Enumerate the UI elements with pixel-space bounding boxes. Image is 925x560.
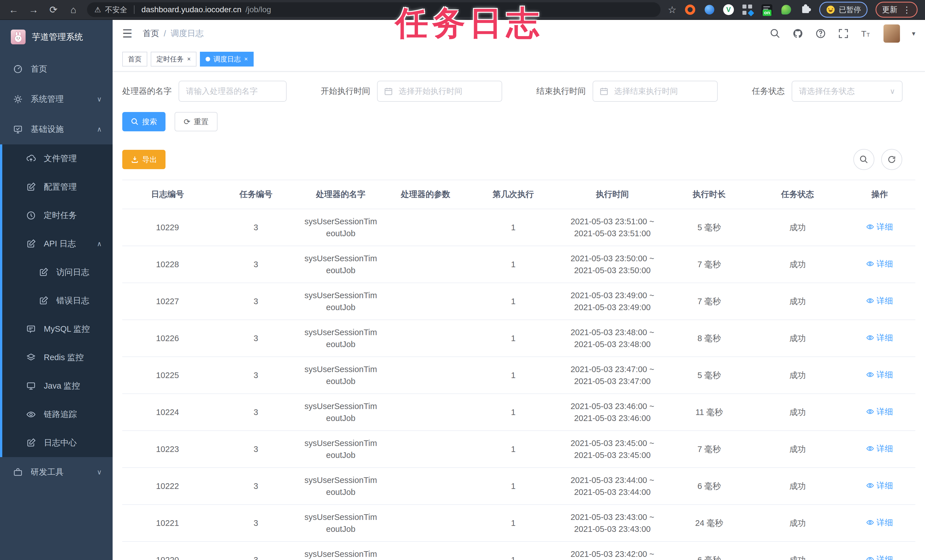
table-row[interactable]: 10226 3 sysUserSessionTim eoutJob 1 2021…: [122, 320, 915, 357]
detail-link[interactable]: 详细: [866, 332, 893, 344]
handler-line1: sysUserSessionTim: [299, 548, 383, 560]
fullscreen-icon[interactable]: [838, 28, 849, 39]
table-row[interactable]: 10220 3 sysUserSessionTim eoutJob 1 2021…: [122, 542, 915, 560]
start-time-input[interactable]: [377, 81, 502, 102]
browser-menu-icon[interactable]: ⋮: [902, 5, 911, 15]
sidebar-item-label: 文件管理: [44, 153, 77, 164]
sidebar-item-scheduled-jobs[interactable]: 定时任务: [2, 201, 113, 230]
job-log-table: 日志编号任务编号处理器的名字处理器的参数第几次执行执行时间执行时长任务状态操作 …: [122, 180, 915, 560]
table-row[interactable]: 10229 3 sysUserSessionTim eoutJob 1 2021…: [122, 209, 915, 246]
sidebar-item-access-log[interactable]: 访问日志: [2, 258, 113, 286]
tab-schedule-log-active[interactable]: 调度日志 ×: [200, 52, 254, 66]
extension-grid-icon[interactable]: [742, 4, 753, 15]
detail-link[interactable]: 详细: [866, 443, 893, 455]
browser-back-icon[interactable]: ←: [8, 4, 20, 15]
font-size-icon[interactable]: TT: [861, 28, 872, 39]
sidebar-item-redis-monitor[interactable]: Redis 监控: [2, 343, 113, 372]
browser-home-icon[interactable]: ⌂: [67, 4, 80, 15]
cell-actions: 详细: [844, 283, 915, 320]
table-row[interactable]: 10228 3 sysUserSessionTim eoutJob 1 2021…: [122, 246, 915, 283]
sidebar-item-mysql-monitor[interactable]: MySQL 监控: [2, 315, 113, 343]
detail-link[interactable]: 详细: [866, 258, 893, 270]
caret-down-icon[interactable]: ▾: [912, 30, 915, 38]
table-row[interactable]: 10222 3 sysUserSessionTim eoutJob 1 2021…: [122, 468, 915, 504]
handler-line1: sysUserSessionTim: [299, 326, 383, 338]
user-avatar[interactable]: [883, 24, 900, 43]
search-icon[interactable]: [770, 28, 780, 39]
extension-puzzle-icon[interactable]: [800, 4, 811, 15]
edit-log-icon: [26, 239, 36, 249]
export-button[interactable]: 导出: [122, 150, 166, 169]
table-row[interactable]: 10223 3 sysUserSessionTim eoutJob 1 2021…: [122, 431, 915, 468]
calendar-icon: [384, 87, 393, 96]
sidebar-item-label: 日志中心: [44, 437, 77, 449]
url-host[interactable]: dashboard.yudao.iocoder.cn: [141, 5, 241, 14]
table-row[interactable]: 10224 3 sysUserSessionTim eoutJob 1 2021…: [122, 394, 915, 431]
refresh-table-button[interactable]: [881, 149, 902, 170]
time-start: 2021-05-03 23:49:00 ~: [557, 289, 667, 301]
not-secure-icon[interactable]: ⚠: [94, 5, 101, 14]
address-bar[interactable]: ⚠ 不安全 dashboard.yudao.iocoder.cn /job/lo…: [87, 2, 661, 17]
url-path[interactable]: /job/log: [246, 5, 271, 14]
handler-line2: eoutJob: [299, 264, 383, 276]
sidebar-item-file-manage[interactable]: 文件管理: [2, 145, 113, 173]
detail-link[interactable]: 详细: [866, 369, 893, 381]
search-button[interactable]: 搜索: [122, 112, 166, 131]
breadcrumb-home[interactable]: 首页: [143, 28, 159, 39]
paused-label: 已暂停: [839, 5, 861, 15]
extension-v-icon[interactable]: V: [723, 4, 734, 15]
sidebar-item-infra[interactable]: 基础设施 ∧: [0, 114, 113, 145]
tab-home[interactable]: 首页: [122, 52, 147, 66]
detail-link[interactable]: 详细: [866, 480, 893, 491]
extension-on-icon[interactable]: on: [761, 4, 773, 15]
hamburger-icon[interactable]: ☰: [122, 27, 133, 40]
sidebar-item-home[interactable]: 首页: [0, 54, 113, 84]
sidebar-item-api-log[interactable]: API 日志 ∧: [2, 230, 113, 258]
time-end: 2021-05-03 23:51:00: [557, 227, 667, 239]
end-time-input[interactable]: [593, 81, 718, 102]
detail-link[interactable]: 详细: [866, 406, 893, 418]
browser-update-button[interactable]: 更新 ⋮: [875, 2, 917, 18]
cell-exec-time: 2021-05-03 23:48:00 ~ 2021-05-03 23:48:0…: [557, 320, 667, 357]
table-row[interactable]: 10227 3 sysUserSessionTim eoutJob 1 2021…: [122, 283, 915, 320]
extension-leaf-icon[interactable]: [780, 4, 792, 15]
cell-status: 成功: [751, 394, 844, 431]
profile-paused-badge[interactable]: 已暂停: [819, 2, 868, 18]
time-start: 2021-05-03 23:45:00 ~: [557, 437, 667, 449]
detail-link-label: 详细: [876, 480, 893, 491]
detail-link[interactable]: 详细: [866, 221, 893, 233]
sidebar-item-java-monitor[interactable]: Java 监控: [2, 372, 113, 400]
job-status-select[interactable]: 请选择任务状态 ∨: [792, 81, 902, 102]
toggle-search-button[interactable]: [853, 149, 874, 170]
detail-link[interactable]: 详细: [866, 516, 893, 528]
detail-link[interactable]: 详细: [866, 554, 893, 560]
extension-ublock-icon[interactable]: [684, 4, 696, 15]
search-icon: [859, 155, 868, 164]
table-row[interactable]: 10221 3 sysUserSessionTim eoutJob 1 2021…: [122, 504, 915, 542]
bookmark-star-icon[interactable]: ☆: [668, 4, 676, 15]
browser-forward-icon[interactable]: →: [27, 4, 40, 15]
sidebar-item-system[interactable]: 系统管理 ∨: [0, 84, 113, 114]
browser-reload-icon[interactable]: ⟳: [47, 4, 60, 15]
sidebar-item-error-log[interactable]: 错误日志: [2, 286, 113, 315]
detail-link[interactable]: 详细: [866, 295, 893, 307]
sidebar-item-dev-tools[interactable]: 研发工具 ∨: [0, 457, 113, 487]
extension-blue-icon[interactable]: [704, 4, 715, 15]
reset-button[interactable]: ⟳ 重置: [175, 112, 217, 131]
active-dot: [206, 57, 210, 62]
handler-name-input[interactable]: [179, 81, 287, 102]
close-icon[interactable]: ×: [244, 56, 248, 63]
sidebar-item-trace[interactable]: 链路追踪: [2, 400, 113, 429]
tab-scheduled-jobs[interactable]: 定时任务 ×: [151, 52, 196, 66]
close-icon[interactable]: ×: [187, 56, 191, 63]
sidebar-item-log-center[interactable]: 日志中心: [2, 429, 113, 457]
help-icon[interactable]: [815, 28, 826, 39]
column-header: 处理器的参数: [383, 180, 469, 209]
sidebar-logo[interactable]: 芋道管理系统: [0, 20, 113, 54]
not-secure-label[interactable]: 不安全: [105, 5, 127, 15]
sidebar-item-config-manage[interactable]: 配置管理: [2, 173, 113, 201]
cell-handler-name: sysUserSessionTim eoutJob: [299, 209, 383, 246]
table-row[interactable]: 10225 3 sysUserSessionTim eoutJob 1 2021…: [122, 357, 915, 394]
logo-bunny-icon: [11, 30, 26, 44]
github-icon[interactable]: [792, 28, 803, 39]
